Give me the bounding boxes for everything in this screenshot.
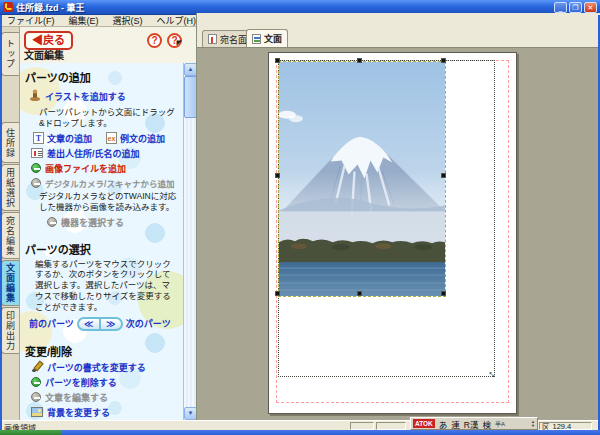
delete-part-icon xyxy=(31,377,41,387)
sidebar-scrollbar[interactable]: ▲ ▼ xyxy=(183,63,196,420)
mount-fuji-photo xyxy=(279,62,445,296)
background-icon xyxy=(31,407,43,417)
atok-spinner[interactable]: ▲ ▼ xyxy=(531,420,535,428)
sender-card-icon xyxy=(31,148,43,158)
menu-help[interactable]: ヘルプ(H) xyxy=(150,14,204,27)
help-button[interactable]: ? xyxy=(147,33,162,48)
change-background-link[interactable]: 背景を変更する xyxy=(47,406,110,419)
atok-conversion-mode[interactable]: 連 xyxy=(451,418,460,430)
window-title: 住所録.fzd - 筆王 xyxy=(16,1,85,14)
add-example-link[interactable]: 例文の追加 xyxy=(120,132,165,145)
prev-part-link[interactable]: 前のパーツ xyxy=(29,317,74,330)
add-camera-link[interactable]: デジタルカメラ/スキャナから追加 xyxy=(45,177,174,189)
nav-tab-address[interactable]: 住所録 xyxy=(1,122,19,163)
add-illustration-link[interactable]: イラストを追加する xyxy=(45,90,126,103)
minimize-button[interactable]: _ xyxy=(554,2,567,13)
tab-content-side[interactable]: 文面 xyxy=(246,29,288,47)
status-cell xyxy=(350,422,374,430)
maximize-button[interactable]: ❐ xyxy=(569,2,582,13)
context-help-button[interactable]: ?◤ xyxy=(167,33,182,48)
status-zoom-cell: 区 129.4 xyxy=(539,422,592,430)
menu-edit[interactable]: 編集(E) xyxy=(62,14,106,27)
nav-tab-top[interactable]: トップ xyxy=(1,32,19,76)
selection-handle-sw[interactable] xyxy=(275,291,280,296)
window-frame-left xyxy=(0,15,2,430)
atok-width-mode[interactable]: 半A xyxy=(495,419,505,428)
nav-tab-content[interactable]: 文面編集 xyxy=(1,260,19,306)
add-image-link[interactable]: 画像ファイルを追加 xyxy=(45,162,126,175)
edit-text-icon xyxy=(31,392,41,402)
selection-handle-nw[interactable] xyxy=(275,58,280,63)
spinner-down-icon[interactable]: ▼ xyxy=(531,424,535,428)
selection-handle-e[interactable] xyxy=(441,173,446,178)
edit-text-link[interactable]: 文章を編集する xyxy=(45,391,108,404)
address-side-icon xyxy=(208,34,217,44)
document-tabbar: 宛名面 文面 xyxy=(197,13,600,47)
atok-kana-kanji[interactable]: R漢 xyxy=(464,418,479,430)
canvas-region: 宛名面 文面 xyxy=(196,13,600,420)
postcard-page[interactable]: ↔ xyxy=(268,52,517,414)
app-window: 住所録.fzd - 筆王 _ ❐ ✕ ファイル(F) 編集(E) 選択(S) ヘ… xyxy=(0,0,600,435)
section-header-select-parts: パーツの選択 xyxy=(25,241,180,257)
cursor-arrow-icon: ◤ xyxy=(177,37,182,48)
status-cell xyxy=(376,422,406,430)
nav-tab-print[interactable]: 印刷出力 xyxy=(1,307,19,354)
delete-part-link[interactable]: パーツを削除する xyxy=(45,376,117,389)
stamp-icon xyxy=(29,87,41,105)
atok-input-mode[interactable]: あ xyxy=(439,418,448,430)
nav-tab-recipient[interactable]: 宛名編集 xyxy=(1,212,19,259)
mode-label: 文面編集 xyxy=(24,47,64,62)
nav-tab-strip: トップ 住所録 用紙選択 宛名編集 文面編集 印刷出力 xyxy=(0,27,20,420)
change-format-link[interactable]: パーツの書式を変更する xyxy=(47,361,146,374)
select-parts-desc: 編集するパーツをマウスでクリックするか、次のボタンをクリックして選択します。選択… xyxy=(35,259,178,313)
add-image-icon xyxy=(31,163,41,173)
atok-toolbar[interactable]: ATOK あ 連 R漢 検 半A ▲ ▼ xyxy=(410,417,538,430)
selection-handle-n[interactable] xyxy=(357,58,362,63)
sidebar-panel: パーツの追加 イラストを追加する パーツパレットから文面にドラッグ&ドロップしま… xyxy=(20,63,183,420)
back-arrow-icon: ◀ xyxy=(32,34,43,46)
camera-icon xyxy=(31,178,41,188)
add-text-link[interactable]: 文章の追加 xyxy=(47,132,92,145)
selection-handle-s[interactable] xyxy=(357,291,362,296)
content-side-icon xyxy=(252,34,261,44)
device-icon xyxy=(47,217,57,227)
menu-select[interactable]: 選択(S) xyxy=(106,14,150,27)
close-button[interactable]: ✕ xyxy=(584,2,597,13)
nav-tab-paper[interactable]: 用紙選択 xyxy=(1,164,19,211)
format-brush-icon xyxy=(31,361,43,373)
photo-part-mount-fuji[interactable] xyxy=(278,61,446,297)
add-sender-link[interactable]: 差出人住所/氏名の追加 xyxy=(47,147,140,160)
menu-file[interactable]: ファイル(F) xyxy=(0,14,62,27)
add-illustration-desc: パーツパレットから文面にドラッグ&ドロップします。 xyxy=(39,107,178,129)
section-header-add-parts: パーツの追加 xyxy=(25,69,180,85)
add-text-icon: T xyxy=(33,132,44,144)
toolbar: ◀戻る ? ?◤ 文面編集 xyxy=(20,27,196,63)
selection-handle-w[interactable] xyxy=(275,173,280,178)
atok-dictionary[interactable]: 検 xyxy=(483,418,492,430)
select-device-link[interactable]: 機器を選択する xyxy=(61,216,124,229)
prev-part-button[interactable]: ≪ xyxy=(77,317,100,331)
atok-logo: ATOK xyxy=(413,419,435,428)
add-camera-desc: デジタルカメラなどのTWAINに対応した機器から画像を読み込みます。 xyxy=(39,191,178,213)
app-logo-icon xyxy=(3,2,13,12)
next-part-button[interactable]: ≫ xyxy=(100,317,123,331)
add-example-icon: ex xyxy=(106,132,117,144)
selection-handle-se[interactable] xyxy=(441,291,446,296)
section-header-modify: 変更/削除 xyxy=(25,343,180,359)
design-canvas[interactable]: ↔ xyxy=(197,47,600,420)
next-part-link[interactable]: 次のパーツ xyxy=(126,317,171,330)
selection-handle-ne[interactable] xyxy=(441,58,446,63)
start-button[interactable] xyxy=(0,430,62,435)
windows-taskbar[interactable] xyxy=(0,430,600,435)
